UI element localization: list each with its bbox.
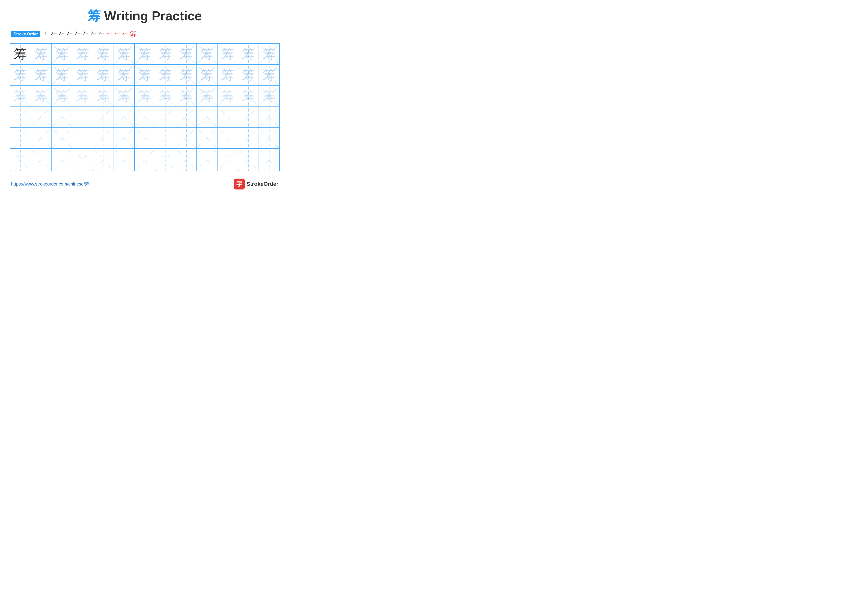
grid-cell-2-10[interactable]: 筹: [197, 65, 217, 85]
grid-cell-5-1[interactable]: [10, 127, 31, 148]
grid-cell-5-13[interactable]: [259, 127, 279, 148]
grid-cell-6-10[interactable]: [197, 149, 217, 171]
svg-line-124: [217, 127, 238, 148]
grid-cell-6-11[interactable]: [217, 149, 238, 171]
svg-line-137: [72, 149, 93, 171]
grid-cell-6-5[interactable]: [93, 149, 114, 171]
grid-cell-3-13[interactable]: 筹: [259, 86, 279, 107]
svg-line-80: [31, 107, 51, 127]
title-area: 筹 Writing Practice: [10, 8, 280, 25]
grid-cell-2-8[interactable]: 筹: [155, 65, 176, 85]
grid-cell-1-8[interactable]: 筹: [155, 44, 176, 64]
grid-cell-1-7[interactable]: 筹: [135, 44, 155, 64]
grid-cell-4-3[interactable]: [52, 107, 73, 127]
grid-cell-3-2[interactable]: 筹: [31, 86, 52, 107]
grid-cell-6-9[interactable]: [176, 149, 197, 171]
svg-line-90: [135, 107, 155, 127]
grid-cell-3-11[interactable]: 筹: [217, 86, 238, 107]
svg-line-147: [176, 149, 197, 171]
grid-cell-4-13[interactable]: [259, 107, 279, 127]
grid-cell-5-5[interactable]: [93, 127, 114, 148]
grid-cell-6-7[interactable]: [135, 149, 155, 171]
footer-brand: 字 StrokeOrder: [234, 179, 278, 190]
grid-cell-1-13[interactable]: 筹: [259, 44, 279, 64]
grid-cell-4-5[interactable]: [93, 107, 114, 127]
grid-cell-1-2[interactable]: 筹: [31, 44, 52, 64]
grid-cell-4-12[interactable]: [238, 107, 259, 127]
grid-cell-3-5[interactable]: 筹: [93, 86, 114, 107]
svg-line-136: [72, 149, 93, 171]
grid-cell-4-7[interactable]: [135, 107, 155, 127]
grid-cell-5-6[interactable]: [114, 127, 135, 148]
grid-cell-5-12[interactable]: [238, 127, 259, 148]
svg-line-144: [155, 149, 176, 171]
grid-cell-1-9[interactable]: 筹: [176, 44, 197, 64]
grid-cell-6-2[interactable]: [31, 149, 52, 171]
stroke-step-6: 𠂉: [82, 30, 89, 38]
svg-line-98: [217, 107, 238, 127]
grid-cell-4-11[interactable]: [217, 107, 238, 127]
svg-line-130: [10, 149, 31, 171]
grid-cell-1-10[interactable]: 筹: [197, 44, 217, 64]
grid-cell-5-3[interactable]: [52, 127, 73, 148]
footer-url[interactable]: https://www.strokeorder.com/chinese/筹: [11, 181, 89, 187]
grid-cell-3-10[interactable]: 筹: [197, 86, 217, 107]
grid-cell-2-2[interactable]: 筹: [31, 65, 52, 85]
grid-cell-5-10[interactable]: [197, 127, 217, 148]
grid-cell-2-7[interactable]: 筹: [135, 65, 155, 85]
grid-cell-3-4[interactable]: 筹: [72, 86, 93, 107]
svg-line-126: [238, 127, 259, 148]
grid-cell-2-11[interactable]: 筹: [217, 65, 238, 85]
grid-cell-3-6[interactable]: 筹: [114, 86, 135, 107]
grid-cell-2-6[interactable]: 筹: [114, 65, 135, 85]
grid-cell-6-6[interactable]: [114, 149, 135, 171]
grid-cell-2-12[interactable]: 筹: [238, 65, 259, 85]
grid-cell-1-1[interactable]: 筹: [10, 44, 31, 64]
grid-cell-1-11[interactable]: 筹: [217, 44, 238, 64]
grid-cell-6-13[interactable]: [259, 149, 279, 171]
stroke-step-11: 𠂉: [122, 30, 129, 38]
grid-cell-6-1[interactable]: [10, 149, 31, 171]
grid-cell-1-6[interactable]: 筹: [114, 44, 135, 64]
grid-cell-5-2[interactable]: [31, 127, 52, 148]
grid-cell-2-3[interactable]: 筹: [52, 65, 73, 85]
svg-line-83: [52, 107, 72, 127]
grid-cell-3-12[interactable]: 筹: [238, 86, 259, 107]
svg-line-81: [31, 107, 51, 127]
grid-cell-5-11[interactable]: [217, 127, 238, 148]
grid-cell-1-4[interactable]: 筹: [72, 44, 93, 64]
grid-cell-4-8[interactable]: [155, 107, 176, 127]
grid-cell-6-12[interactable]: [238, 149, 259, 171]
grid-cell-4-4[interactable]: [72, 107, 93, 127]
svg-line-107: [31, 127, 51, 148]
grid-cell-5-9[interactable]: [176, 127, 197, 148]
grid-cell-6-3[interactable]: [52, 149, 73, 171]
grid-cell-3-9[interactable]: 筹: [176, 86, 197, 107]
grid-cell-4-1[interactable]: [10, 107, 31, 127]
svg-line-146: [176, 149, 197, 171]
grid-cell-1-12[interactable]: 筹: [238, 44, 259, 64]
grid-cell-5-4[interactable]: [72, 127, 93, 148]
svg-line-95: [176, 107, 197, 127]
grid-cell-3-8[interactable]: 筹: [155, 86, 176, 107]
grid-cell-4-10[interactable]: [197, 107, 217, 127]
grid-cell-1-5[interactable]: 筹: [93, 44, 114, 64]
grid-cell-5-8[interactable]: [155, 127, 176, 148]
grid-cell-2-4[interactable]: 筹: [72, 65, 93, 85]
grid-cell-3-1[interactable]: 筹: [10, 86, 31, 107]
grid-cell-4-2[interactable]: [31, 107, 52, 127]
grid-cell-3-3[interactable]: 筹: [52, 86, 73, 107]
grid-cell-1-3[interactable]: 筹: [52, 44, 73, 64]
grid-cell-4-6[interactable]: [114, 107, 135, 127]
grid-cell-2-5[interactable]: 筹: [93, 65, 114, 85]
grid-cell-6-4[interactable]: [72, 149, 93, 171]
grid-cell-2-9[interactable]: 筹: [176, 65, 197, 85]
grid-cell-4-9[interactable]: [176, 107, 197, 127]
grid-cell-2-1[interactable]: 筹: [10, 65, 31, 85]
grid-cell-6-8[interactable]: [155, 149, 176, 171]
grid-cell-5-7[interactable]: [135, 127, 155, 148]
grid-cell-3-7[interactable]: 筹: [135, 86, 155, 107]
stroke-step-3: 𠂉: [59, 30, 65, 38]
grid-cell-2-13[interactable]: 筹: [259, 65, 279, 85]
stroke-step-1: 丶: [43, 30, 49, 38]
